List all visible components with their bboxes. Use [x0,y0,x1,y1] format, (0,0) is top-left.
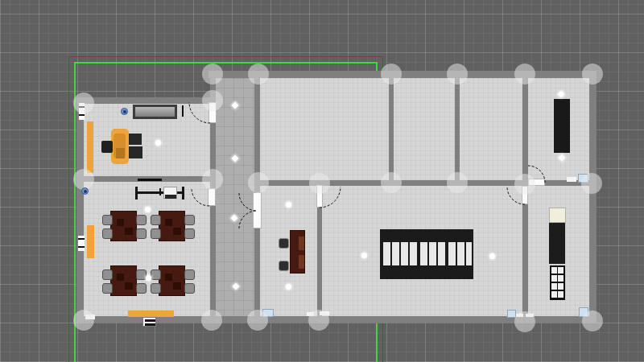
item [392,242,399,265]
wall-junction-handle[interactable] [248,64,269,84]
wall-shelf[interactable] [182,105,184,117]
classroom-window[interactable] [78,236,85,251]
item [125,228,133,235]
tv-screen[interactable] [133,105,177,119]
item [151,228,161,239]
item [136,283,147,294]
wall-junction-handle[interactable] [73,93,94,113]
classroom-table[interactable] [159,265,185,296]
side-table[interactable] [129,134,142,145]
office-desk[interactable] [290,230,305,274]
wall-junction-handle[interactable] [381,64,402,84]
wall-partition-2[interactable] [455,78,460,180]
office-chair[interactable] [279,238,289,249]
classroom-table[interactable] [110,211,137,241]
wall-junction-handle[interactable] [248,172,269,193]
item [135,107,175,117]
item [383,242,390,265]
item [184,228,195,239]
item [151,269,161,280]
kitchen-counter[interactable] [549,223,565,264]
stove[interactable] [550,265,565,300]
ceiling-light[interactable] [155,140,161,146]
ceiling-light[interactable] [286,284,291,290]
ceiling-light[interactable] [361,253,367,258]
whiteboard[interactable] [138,179,162,181]
sofa[interactable] [111,129,129,164]
item [466,242,472,265]
item [551,283,557,290]
side-table[interactable] [129,146,142,158]
counter-table[interactable] [554,99,570,153]
item [145,319,155,322]
wall-junction-handle[interactable] [73,310,94,331]
item [438,242,445,265]
classroom-table[interactable] [159,211,185,241]
classroom-door[interactable] [208,188,216,206]
wall-junction-handle[interactable] [582,311,603,331]
item [420,242,427,265]
wall-junction-handle[interactable] [201,310,222,331]
ceiling-light[interactable] [146,275,151,281]
wall-junction-handle[interactable] [447,172,468,193]
item [165,274,172,281]
item [125,282,133,290]
item [551,275,557,282]
wall-meeting-top[interactable] [76,97,215,104]
item [410,242,417,265]
item [79,114,85,116]
wall-junction-handle[interactable] [309,173,330,194]
wall-junction-handle[interactable] [202,90,223,111]
wall-junction-handle[interactable] [582,64,603,84]
doormat[interactable] [142,317,156,327]
item [448,242,456,265]
wall-partition-1[interactable] [389,78,394,180]
armchair[interactable] [101,141,113,153]
printer[interactable] [163,187,177,199]
item [299,237,304,250]
window-sill[interactable] [567,177,576,182]
item [136,215,147,225]
wall-junction-handle[interactable] [202,169,223,190]
item [78,238,85,240]
wall-mid-horizontal[interactable] [254,180,597,186]
ceiling-light[interactable] [489,253,495,259]
item [136,228,147,239]
wall-junction-handle[interactable] [202,64,223,84]
item [401,242,408,265]
item [165,219,172,226]
wall-left-exterior[interactable] [76,97,84,323]
wall-junction-handle[interactable] [581,173,602,194]
item [551,291,557,298]
bench[interactable] [128,311,174,317]
bench[interactable] [87,121,93,173]
item [78,246,85,248]
wall-junction-handle[interactable] [514,174,535,195]
item [102,228,113,239]
corridor-double-door[interactable] [253,192,262,228]
bench[interactable] [87,225,94,258]
classroom-table[interactable] [110,265,137,296]
wall-right-exterior[interactable] [589,71,597,323]
item [184,215,195,225]
camera-marker-icon[interactable] [121,108,128,115]
ceiling-light[interactable] [145,207,151,212]
item [165,195,176,199]
office-chair[interactable] [279,261,289,271]
locker-unit[interactable] [380,229,473,279]
wall-junction-handle[interactable] [381,172,402,193]
wall-junction-handle[interactable] [447,64,468,84]
item [173,228,181,235]
item [84,190,87,193]
wall-junction-handle[interactable] [514,311,535,332]
wall-junction-handle[interactable] [514,64,535,84]
camera-marker-icon[interactable] [81,187,89,195]
wall-junction-handle[interactable] [247,310,268,331]
ceiling-light[interactable] [286,202,291,208]
wall-junction-handle[interactable] [308,310,329,331]
fridge[interactable] [549,208,566,223]
item [102,215,113,225]
plan-canvas [0,0,644,362]
item [299,255,304,269]
item [184,283,195,294]
